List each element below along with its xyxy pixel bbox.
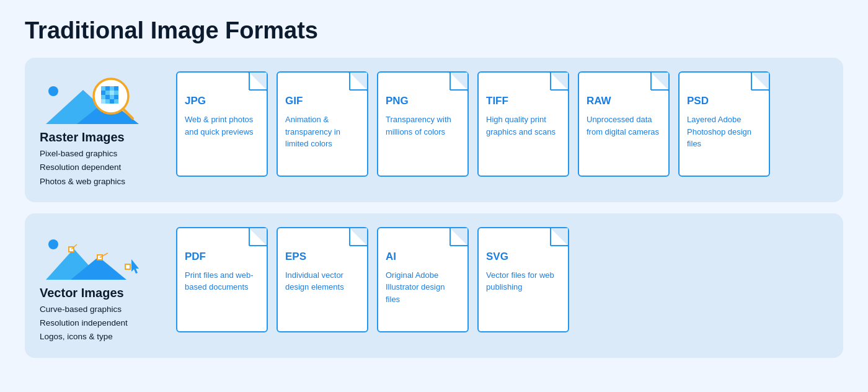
svg-rect-16 xyxy=(101,99,105,104)
format-card-ai: AI Original Adobe Illustrator design fil… xyxy=(377,227,469,332)
svg-rect-17 xyxy=(105,99,110,104)
format-desc-tiff: High quality print graphics and scans xyxy=(486,114,560,138)
svg-rect-8 xyxy=(101,91,105,95)
format-desc-pdf: Print files and web-based documents xyxy=(185,269,259,293)
format-label-tiff: TIFF xyxy=(486,95,508,107)
svg-rect-18 xyxy=(110,99,114,104)
card-corner-line-eps xyxy=(350,245,367,246)
raster-desc: Pixel-based graphics Resolution dependen… xyxy=(40,147,125,189)
format-label-jpg: JPG xyxy=(185,95,206,107)
format-card-jpg: JPG Web & print photos and quick preview… xyxy=(176,71,268,177)
format-card-pdf: PDF Print files and web-based documents xyxy=(176,227,268,332)
format-label-pdf: PDF xyxy=(185,251,206,263)
svg-rect-10 xyxy=(110,91,114,95)
svg-rect-9 xyxy=(105,91,110,95)
card-corner-tiff xyxy=(551,73,568,90)
format-desc-png: Transparency with millions of colors xyxy=(386,114,460,138)
format-card-psd: PSD Layered Adobe Photoshop design files xyxy=(678,71,770,177)
svg-marker-29 xyxy=(131,259,139,274)
card-corner-jpg xyxy=(249,73,267,90)
svg-rect-5 xyxy=(105,86,110,91)
raster-section: Raster Images Pixel-based graphics Resol… xyxy=(25,58,843,202)
svg-rect-13 xyxy=(105,95,110,99)
format-label-eps: EPS xyxy=(285,251,306,263)
card-corner-eps xyxy=(350,228,367,246)
card-corner-line2-svg xyxy=(550,228,551,246)
svg-rect-14 xyxy=(110,95,114,99)
svg-rect-6 xyxy=(110,86,114,91)
page-wrapper: Traditional Image Formats xyxy=(0,0,868,381)
format-desc-eps: Individual vector design elements xyxy=(285,269,360,293)
format-card-raw: RAW Unprocessed data from digital camera… xyxy=(578,71,670,177)
format-desc-gif: Animation & transparency in limited colo… xyxy=(285,114,360,150)
format-label-ai: AI xyxy=(386,251,396,263)
card-corner-line-psd xyxy=(751,89,769,91)
card-corner-line-raw xyxy=(651,89,668,91)
card-corner-line2-eps xyxy=(349,228,350,246)
format-label-png: PNG xyxy=(386,95,409,107)
format-desc-ai: Original Adobe Illustrator design files xyxy=(386,269,460,306)
card-corner-line2-psd xyxy=(751,73,752,90)
card-corner-line2-ai xyxy=(450,228,451,246)
format-card-eps: EPS Individual vector design elements xyxy=(277,227,368,332)
page-title: Traditional Image Formats xyxy=(25,17,843,44)
vector-section: Vector Images Curve-based graphics Resol… xyxy=(25,213,843,358)
card-corner-png xyxy=(450,73,467,90)
format-desc-svg: Vector files for web publishing xyxy=(486,269,560,293)
card-corner-line2-pdf xyxy=(249,228,250,246)
svg-rect-15 xyxy=(114,95,118,99)
svg-rect-7 xyxy=(114,86,118,91)
svg-rect-11 xyxy=(114,91,118,95)
raster-formats-grid: JPG Web & print photos and quick preview… xyxy=(176,71,828,177)
svg-rect-26 xyxy=(125,264,130,269)
raster-section-left: Raster Images Pixel-based graphics Resol… xyxy=(40,71,176,189)
format-card-png: PNG Transparency with millions of colors xyxy=(377,71,469,177)
format-card-tiff: TIFF High quality print graphics and sca… xyxy=(477,71,569,177)
vector-desc: Curve-based graphics Resolution independ… xyxy=(40,303,128,344)
card-corner-line2-tiff xyxy=(550,73,551,90)
vector-section-left: Vector Images Curve-based graphics Resol… xyxy=(40,227,176,344)
card-corner-line-ai xyxy=(450,245,467,246)
format-desc-psd: Layered Adobe Photoshop design files xyxy=(687,114,761,150)
vector-heading: Vector Images xyxy=(40,286,124,300)
format-desc-jpg: Web & print photos and quick previews xyxy=(185,114,259,138)
vector-formats-grid: PDF Print files and web-based documents … xyxy=(176,227,828,332)
card-corner-line-png xyxy=(450,89,467,91)
card-corner-line2-raw xyxy=(650,73,652,90)
svg-rect-12 xyxy=(101,95,105,99)
svg-point-2 xyxy=(48,86,58,96)
format-label-raw: RAW xyxy=(587,95,611,107)
card-corner-line-svg xyxy=(551,245,568,246)
card-corner-line-gif xyxy=(350,89,367,91)
svg-rect-4 xyxy=(101,86,105,91)
format-label-psd: PSD xyxy=(687,95,709,107)
raster-heading: Raster Images xyxy=(40,130,125,145)
format-label-gif: GIF xyxy=(285,95,303,107)
card-corner-line-pdf xyxy=(249,245,267,246)
vector-illustration xyxy=(40,227,145,286)
format-card-svg: SVG Vector files for web publishing xyxy=(477,227,569,332)
svg-rect-19 xyxy=(114,99,118,104)
card-corner-line2-gif xyxy=(349,73,350,90)
card-corner-line2-png xyxy=(450,73,451,90)
format-card-gif: GIF Animation & transparency in limited … xyxy=(277,71,368,177)
format-desc-raw: Unprocessed data from digital cameras xyxy=(587,114,661,138)
card-corner-ai xyxy=(450,228,467,246)
card-corner-pdf xyxy=(249,228,267,246)
card-corner-svg xyxy=(551,228,568,246)
card-corner-gif xyxy=(350,73,367,90)
card-corner-line-jpg xyxy=(249,89,267,91)
card-corner-line2-jpg xyxy=(249,73,250,90)
svg-point-23 xyxy=(48,239,58,249)
raster-illustration xyxy=(40,71,145,130)
card-corner-line-tiff xyxy=(551,89,568,91)
card-corner-raw xyxy=(651,73,668,90)
card-corner-psd xyxy=(751,73,769,90)
format-label-svg: SVG xyxy=(486,251,508,263)
